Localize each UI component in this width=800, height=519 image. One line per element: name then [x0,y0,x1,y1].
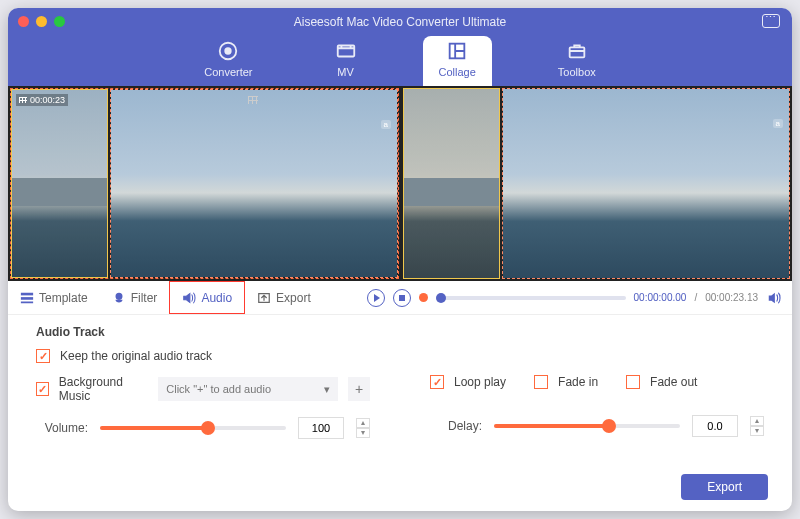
toolbox-icon [566,40,588,62]
bg-music-label: Background Music [59,375,148,403]
nav-toolbox[interactable]: Toolbox [542,36,612,86]
clip-slot-1[interactable]: 00:00:23 [11,89,108,278]
app-window: Aiseesoft Mac Video Converter Ultimate C… [8,8,792,511]
step-up-icon[interactable]: ▴ [750,416,764,426]
seek-slider[interactable] [436,296,626,300]
template-icon [20,291,34,305]
svg-point-1 [226,48,232,54]
titlebar: Aiseesoft Mac Video Converter Ultimate [8,8,792,36]
step-down-icon[interactable]: ▾ [356,428,370,438]
play-button[interactable] [367,289,385,307]
chevron-down-icon: ▾ [324,383,330,396]
volume-value[interactable] [298,417,344,439]
time-total: 00:00:23.13 [705,292,758,303]
clip-tag: a [773,119,783,128]
bg-music-placeholder: Click "+" to add audio [166,383,271,395]
delay-slider[interactable] [494,424,680,428]
bg-music-checkbox[interactable] [36,382,49,396]
stop-button[interactable] [393,289,411,307]
grid-icon [248,96,258,104]
nav-mv[interactable]: MV [319,36,373,86]
volume-label: Volume: [36,421,88,435]
svg-rect-5 [21,292,33,295]
delay-stepper[interactable]: ▴▾ [750,416,764,436]
svg-rect-2 [337,46,354,57]
audio-icon [182,291,196,305]
tab-audio[interactable]: Audio [169,281,245,314]
nav-label: Converter [204,66,252,78]
preview-area: 00:00:23 a a [8,86,792,281]
header: Aiseesoft Mac Video Converter Ultimate C… [8,8,792,86]
preview-slot-1 [403,88,500,279]
mv-icon [335,40,357,62]
volume-slider[interactable] [100,426,286,430]
clip-timecode: 00:00:23 [16,94,68,106]
export-button[interactable]: Export [681,474,768,500]
time-current: 00:00:00.00 [634,292,687,303]
playback-controls: 00:00:00.00/00:00:23.13 [367,289,792,307]
feedback-icon[interactable] [762,14,780,28]
delay-value[interactable] [692,415,738,437]
delay-label: Delay: [430,419,482,433]
converter-icon [217,40,239,62]
tab-label: Export [276,291,311,305]
collage-editor-pane[interactable]: 00:00:23 a [10,88,399,279]
nav-collage[interactable]: Collage [423,36,492,86]
volume-icon[interactable] [766,291,782,305]
close-icon[interactable] [18,16,29,27]
collage-icon [446,40,468,62]
sub-toolbar: Template Filter Audio Export 00:00:00.00… [8,281,792,315]
maximize-icon[interactable] [54,16,65,27]
volume-stepper[interactable]: ▴▾ [356,418,370,438]
clip-slot-2[interactable]: a [110,89,398,278]
tab-template[interactable]: Template [8,281,100,314]
fadein-label: Fade in [558,375,598,389]
add-audio-button[interactable]: + [348,377,370,401]
svg-rect-4 [569,47,584,57]
tab-filter[interactable]: Filter [100,281,170,314]
tab-label: Filter [131,291,158,305]
nav-label: Collage [439,66,476,78]
step-down-icon[interactable]: ▾ [750,426,764,436]
bg-music-select[interactable]: Click "+" to add audio ▾ [158,377,338,401]
main-nav: Converter MV Collage Toolbox [8,36,792,86]
tab-label: Audio [201,291,232,305]
audio-panel: Audio Track Keep the original audio trac… [8,315,792,463]
collage-preview-pane: a [403,88,790,279]
nav-label: Toolbox [558,66,596,78]
app-title: Aiseesoft Mac Video Converter Ultimate [8,15,792,29]
fadeout-label: Fade out [650,375,697,389]
tab-export[interactable]: Export [245,281,323,314]
loop-checkbox[interactable] [430,375,444,389]
step-up-icon[interactable]: ▴ [356,418,370,428]
loop-label: Loop play [454,375,506,389]
clip-tag: a [381,120,391,129]
fadein-checkbox[interactable] [534,375,548,389]
nav-label: MV [337,66,354,78]
svg-rect-6 [21,297,33,300]
record-icon[interactable] [419,293,428,302]
export-icon [257,291,271,305]
nav-converter[interactable]: Converter [188,36,268,86]
window-controls [18,16,65,27]
preview-slot-2: a [502,88,790,279]
keep-original-label: Keep the original audio track [60,349,212,363]
keep-original-checkbox[interactable] [36,349,50,363]
tab-label: Template [39,291,88,305]
minimize-icon[interactable] [36,16,47,27]
fadeout-checkbox[interactable] [626,375,640,389]
filter-icon [112,291,126,305]
footer: Export [8,463,792,511]
section-title: Audio Track [36,325,764,339]
svg-rect-7 [21,301,33,303]
